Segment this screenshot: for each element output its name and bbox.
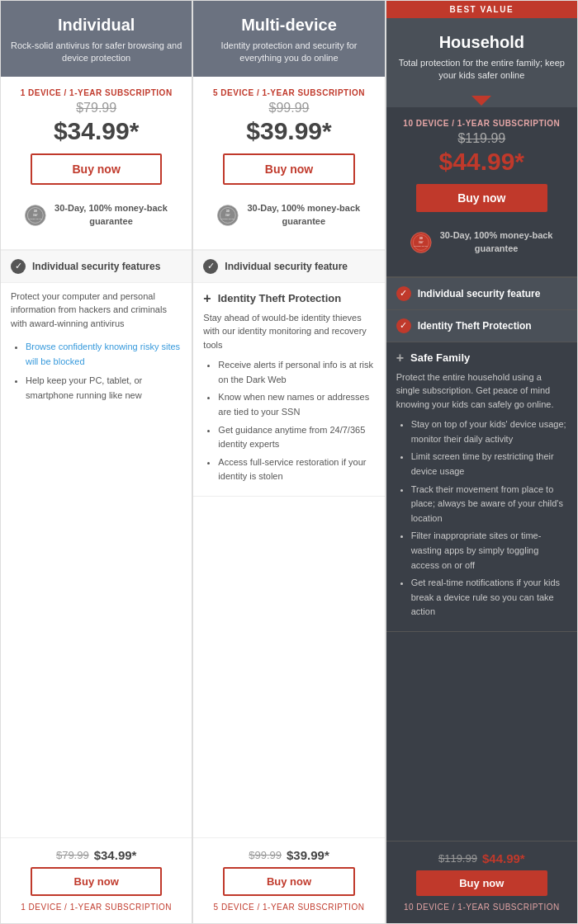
household-footer-original: $119.99 <box>438 852 477 865</box>
individual-footer-buy-button[interactable]: Buy now <box>31 867 162 896</box>
multi-device-guarantee-row: 30 DAY MONEY BACK 30-Day, 100% money-bac… <box>206 193 371 241</box>
individual-check-icon: ✓ <box>11 259 26 274</box>
household-features: ✓ Individual security feature ✓ Identity… <box>386 277 577 841</box>
multi-device-plus-icon: + <box>203 291 211 306</box>
household-header: Household Total protection for the entir… <box>386 18 577 94</box>
plan-individual: Individual Rock-solid antivirus for safe… <box>0 0 192 924</box>
individual-subtitle: Rock-solid antivirus for safer browsing … <box>11 40 182 65</box>
list-item: Browse confidently knowing risky sites w… <box>26 340 182 369</box>
individual-feature-header-text: Individual security features <box>32 261 160 272</box>
multi-device-footer-buy-button[interactable]: Buy now <box>223 867 354 896</box>
individual-footer-subscription: 1 DEVICE / 1-YEAR SUBSCRIPTION <box>14 903 178 918</box>
household-identity-header: ✓ Identity Theft Protection <box>386 310 577 342</box>
household-guarantee-text: 30-Day, 100% money-back guarantee <box>438 229 554 255</box>
multi-device-feature-header: ✓ Individual security feature <box>193 251 384 283</box>
individual-footer-sale: $34.99* <box>94 848 137 862</box>
multi-device-footer-sale: $39.99* <box>287 848 329 862</box>
multi-device-footer-price-row: $99.99 $39.99* <box>206 848 371 862</box>
list-item: Limit screen time by restricting their d… <box>411 450 567 478</box>
list-item: Receive alerts if personal info is at ri… <box>218 358 374 387</box>
individual-subscription: 1 DEVICE / 1-YEAR SUBSCRIPTION <box>14 88 178 97</box>
individual-features: ✓ Individual security features Protect y… <box>1 250 192 837</box>
multi-device-footer: $99.99 $39.99* Buy now 5 DEVICE / 1-YEAR… <box>193 837 384 923</box>
individual-guarantee-badge: 30 DAY MONEY BACK <box>24 200 47 231</box>
multi-device-pricing: 5 DEVICE / 1-YEAR SUBSCRIPTION $99.99 $3… <box>193 77 384 250</box>
individual-feature-list: Browse confidently knowing risky sites w… <box>1 340 192 403</box>
svg-text:30: 30 <box>419 237 422 240</box>
household-identity-check-icon: ✓ <box>396 318 411 333</box>
multi-device-buy-now-button[interactable]: Buy now <box>223 153 354 185</box>
svg-text:30: 30 <box>34 210 37 213</box>
household-title: Household <box>396 33 567 52</box>
plan-household: BEST VALUE Household Total protection fo… <box>386 0 578 924</box>
household-footer: $119.99 $44.99* Buy now 10 DEVICE / 1-YE… <box>386 841 577 923</box>
svg-text:DAY: DAY <box>33 214 38 217</box>
multi-device-identity-block: + Identity Theft Protection Stay ahead o… <box>193 283 384 497</box>
household-feature-header-text: Individual security feature <box>418 288 541 299</box>
list-item: Filter inappropriate sites or time-wasti… <box>411 529 567 573</box>
pricing-container: Individual Rock-solid antivirus for safe… <box>0 0 578 924</box>
individual-guarantee-row: 30 DAY MONEY BACK 30-Day, 100% money-bac… <box>14 193 178 241</box>
household-subscription: 10 DEVICE / 1-YEAR SUBSCRIPTION <box>400 119 564 128</box>
individual-header: Individual Rock-solid antivirus for safe… <box>1 1 192 77</box>
multi-device-subtitle: Identity protection and security for eve… <box>203 40 374 65</box>
list-item: Know when new names or addresses are tie… <box>218 390 374 419</box>
plan-multi-device: Multi-device Identity protection and sec… <box>192 0 385 924</box>
individual-original-price: $79.99 <box>14 101 178 116</box>
household-footer-buy-button[interactable]: Buy now <box>416 870 547 896</box>
individual-feature-intro: Protect your computer and personal infor… <box>1 283 192 337</box>
svg-text:MONEY BACK: MONEY BACK <box>414 245 428 248</box>
svg-text:30: 30 <box>226 210 230 213</box>
individual-feature-header: ✓ Individual security features <box>1 251 192 283</box>
household-footer-subscription: 10 DEVICE / 1-YEAR SUBSCRIPTION <box>400 903 564 918</box>
individual-sale-price: $34.99* <box>14 117 178 145</box>
multi-device-features: ✓ Individual security feature + Identity… <box>193 250 384 837</box>
best-value-triangle <box>471 96 491 106</box>
svg-text:DAY: DAY <box>419 241 424 244</box>
multi-device-sale-price: $39.99* <box>206 117 371 145</box>
household-footer-sale: $44.99* <box>482 851 525 865</box>
svg-text:MONEY BACK: MONEY BACK <box>221 218 235 220</box>
household-safe-family-list: Stay on top of your kids' device usage; … <box>396 417 567 620</box>
multi-device-guarantee-text: 30-Day, 100% money-back guarantee <box>246 202 362 228</box>
multi-device-guarantee-badge: 30 DAY MONEY BACK <box>216 200 239 231</box>
multi-device-subscription: 5 DEVICE / 1-YEAR SUBSCRIPTION <box>206 88 371 97</box>
multi-device-footer-original: $99.99 <box>249 849 282 861</box>
household-safe-family-desc: Protect the entire household using a sin… <box>396 370 567 412</box>
household-buy-now-button[interactable]: Buy now <box>416 184 547 212</box>
household-safe-family-title: Safe Family <box>410 351 470 364</box>
multi-device-check-icon: ✓ <box>203 259 218 274</box>
svg-text:MONEY BACK: MONEY BACK <box>28 218 42 220</box>
household-footer-price-row: $119.99 $44.99* <box>400 851 564 865</box>
individual-buy-now-button[interactable]: Buy now <box>31 153 162 185</box>
individual-footer-original: $79.99 <box>56 849 89 861</box>
household-check-icon: ✓ <box>396 286 411 301</box>
household-safe-family-title-row: + Safe Family <box>396 351 567 365</box>
individual-title: Individual <box>11 16 182 35</box>
household-feature-header: ✓ Individual security feature <box>386 278 577 310</box>
list-item: Get guidance anytime from 24/7/365 ident… <box>218 423 374 452</box>
list-item: Access full-service restoration if your … <box>218 455 374 484</box>
household-original-price: $119.99 <box>400 131 564 146</box>
multi-device-identity-list: Receive alerts if personal info is at ri… <box>203 358 374 484</box>
list-item: Stay on top of your kids' device usage; … <box>411 417 567 446</box>
multi-device-footer-subscription: 5 DEVICE / 1-YEAR SUBSCRIPTION <box>206 903 371 918</box>
svg-text:DAY: DAY <box>225 214 230 217</box>
multi-device-identity-title-row: + Identity Theft Protection <box>203 291 374 306</box>
household-guarantee-badge: 30 DAY MONEY BACK <box>410 227 433 258</box>
multi-device-title: Multi-device <box>203 16 374 35</box>
multi-device-identity-desc: Stay ahead of would-be identity thieves … <box>203 311 374 352</box>
multi-device-original-price: $99.99 <box>206 101 371 116</box>
household-plus-icon: + <box>396 351 404 365</box>
multi-device-identity-title: Identity Theft Protection <box>218 292 342 304</box>
household-safe-family-block: + Safe Family Protect the entire househo… <box>386 342 577 632</box>
list-item: Track their movement from place to place… <box>411 483 567 526</box>
household-pricing: 10 DEVICE / 1-YEAR SUBSCRIPTION $119.99 … <box>386 107 577 277</box>
household-identity-title: Identity Theft Protection <box>418 320 532 332</box>
list-item: Help keep your PC, tablet, or smartphone… <box>26 374 182 403</box>
individual-pricing: 1 DEVICE / 1-YEAR SUBSCRIPTION $79.99 $3… <box>1 77 192 250</box>
household-guarantee-row: 30 DAY MONEY BACK 30-Day, 100% money-bac… <box>400 220 564 268</box>
list-item-text: Browse confidently knowing risky sites w… <box>26 342 180 366</box>
best-value-banner: BEST VALUE <box>386 1 577 18</box>
individual-guarantee-text: 30-Day, 100% money-back guarantee <box>54 202 169 228</box>
